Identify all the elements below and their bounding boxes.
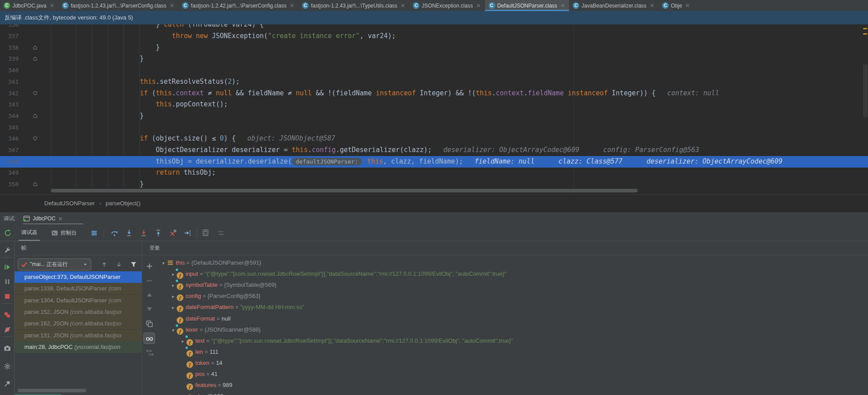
move-up-icon[interactable] [146,291,153,299]
remove-watch-icon[interactable] [146,277,153,285]
stack-frame-row[interactable]: parse:152, JSON (com.alibaba.fastjso [15,306,142,318]
line-number: 343 [0,99,19,110]
camera-icon[interactable] [4,344,11,352]
debug-session-tab-underline [23,223,83,224]
editor-tab-javabeandeserializer-class[interactable]: CJavaBeanDeserializer.class [569,0,659,11]
close-icon[interactable] [50,3,54,8]
close-icon[interactable] [650,3,655,8]
layout-settings-icon[interactable] [91,225,97,241]
code-line-343: 343 this.popContext(); [0,99,868,110]
variable-row-dateFormat[interactable]: fdateFormat = null [156,313,865,324]
variable-row-symbolTable[interactable]: ▸fsymbolTable = {SymbolTable@569} [156,279,865,290]
variable-row-config[interactable]: ▸fconfig = {ParserConfig@563} [156,290,865,301]
mute-breakpoints-icon[interactable] [4,326,11,333]
step-over-icon[interactable] [111,225,118,241]
duplicate-icon[interactable] [146,320,153,328]
close-icon[interactable] [476,3,481,8]
stack-frame-row[interactable]: parse:1338, DefaultJSONParser (com [15,283,142,294]
close-icon[interactable] [685,3,690,8]
editor-tab-fastjson-1-2-43-jar-parserconfig-class[interactable]: Cfastjson-1.2.43.jar!\...\ParserConfig.c… [58,0,178,11]
this-variable-icon [167,259,176,266]
stack-frame-row[interactable]: parse:1304, DefaultJSONParser (com [15,295,142,306]
editor-horizontal-scrollbar[interactable] [0,189,868,193]
tab-console[interactable]: 控制台 [51,225,79,241]
breadcrumb-class[interactable]: DefaultJSONParser [44,200,95,207]
line-number: 346 [0,133,19,145]
variable-row-token[interactable]: ftoken = 14 [156,357,865,368]
frame-up-icon[interactable] [101,261,108,269]
chevron-down-icon[interactable]: ▾ [160,258,167,269]
tab-debugger[interactable]: 调试器 [19,225,40,241]
editor-tab-jsonexception-class[interactable]: CJSONException.class [409,0,484,11]
editor-tab-fastjson-1-2-42-jar-parserconfig-class[interactable]: Cfastjson-1.2.42.jar!\...\ParserConfig.c… [178,0,298,11]
tab-label: JSONException.class [422,3,473,9]
move-down-icon[interactable] [146,305,153,313]
thread-dropdown[interactable]: "mai... 正在运行 [18,258,91,270]
variable-row-pos[interactable]: fpos = 41 [156,368,865,379]
stack-frame-row[interactable]: parseObject:373, DefaultJSONParser [15,271,142,283]
editor-error-stripe[interactable] [862,24,868,194]
tab-label: Obje [671,3,682,9]
close-icon[interactable] [290,3,294,8]
debugger-left-toolbar [0,241,15,395]
code-line-337: 337 throw new JSONException("create inst… [0,31,868,42]
stack-frame-row[interactable]: parse:162, JSON (com.alibaba.fastjso [15,318,142,329]
fold-marker-icon[interactable] [33,91,38,96]
pin-icon[interactable] [4,380,11,387]
trace-icon[interactable] [217,225,225,241]
editor-tab-defaultjsonparser-class[interactable]: CDefaultJSONParser.class [485,0,569,11]
fold-marker-icon[interactable] [33,136,38,141]
line-number: 338 [0,42,19,54]
frame-down-icon[interactable] [115,261,123,269]
stack-frame-row[interactable]: parse:131, JSON (com.alibaba.fastjso [15,330,142,341]
close-icon[interactable] [170,3,174,8]
add-watch-icon[interactable] [146,262,153,270]
close-icon[interactable] [58,216,63,221]
stop-icon[interactable] [4,293,11,300]
variable-row-this[interactable]: ▾this = {DefaultJSONParser@591} [156,257,865,268]
variable-row-len[interactable]: flen = 111 [156,346,865,357]
binary-view-icon[interactable]: 010110 [146,349,153,356]
resume-icon[interactable] [4,263,11,271]
stack-frame-row[interactable]: main:28, JdbcPOC (ysoserial.fastjson [15,341,142,353]
close-icon[interactable] [400,3,405,8]
field-icon: f [186,392,195,395]
variable-row-text[interactable]: ▸ftext = "{"@type":"[com.sun.rowset.Jdbc… [156,335,865,346]
line-number: 342 [0,88,19,99]
view-breakpoints-icon[interactable] [4,311,11,319]
editor-tab-fastjson-1-2-43-jar-typeutils-class[interactable]: Cfastjson-1.2.43.jar!\...\TypeUtils.clas… [298,0,409,11]
chevron-right-icon[interactable]: ▸ [170,302,177,313]
chevron-right-icon[interactable]: ▸ [170,291,177,302]
force-step-into-icon[interactable] [140,225,147,241]
variable-row-input[interactable]: ▸finput = "{"@type":"[com.sun.rowset.Jdb… [156,268,865,279]
editor-tab-jdbcpoc-java[interactable]: CJdbcPOC.java [0,0,58,11]
fold-marker-icon[interactable] [33,113,38,118]
fold-marker-icon[interactable] [33,182,38,187]
wrench-icon[interactable] [4,246,11,254]
close-icon[interactable] [560,3,565,8]
fold-marker-icon[interactable] [33,45,38,50]
variable-row-dateFormatPattern[interactable]: ▸fdateFormatPattern = "yyyy-MM-dd HH:mm:… [156,301,865,313]
editor-tab-obje[interactable]: CObje [659,0,694,11]
frames-horizontal-scrollbar[interactable] [18,389,86,392]
fold-marker-icon[interactable] [33,56,38,61]
run-to-cursor-icon[interactable] [184,225,191,241]
rerun-icon[interactable] [4,225,12,241]
step-out-icon[interactable] [155,225,162,241]
filter-icon[interactable] [130,261,138,269]
step-into-icon[interactable] [125,225,133,241]
variable-row-features[interactable]: ffeatures = 989 [156,379,865,391]
code-line-341: 341 this.setResolveStatus(2); [0,76,868,88]
line-number: 347 [0,145,19,156]
pause-icon[interactable] [4,278,11,285]
show-watches-icon[interactable] [143,332,155,344]
variables-header: 变量 [149,241,160,255]
breadcrumb-method[interactable]: parseObject() [106,200,141,207]
variable-row-ch[interactable]: fch = '{' 123 [156,391,865,395]
settings-icon[interactable] [4,363,11,370]
variable-row-lexer[interactable]: ▾flexer = {JSONScanner@588} [156,324,865,335]
code-editor[interactable]: 336 } catch (Throwable var24) {337 throw… [0,24,868,194]
evaluate-expression-icon[interactable] [202,225,209,241]
drop-frame-icon[interactable] [169,225,177,241]
debug-session-tab[interactable]: JdbcPOC [23,212,63,225]
